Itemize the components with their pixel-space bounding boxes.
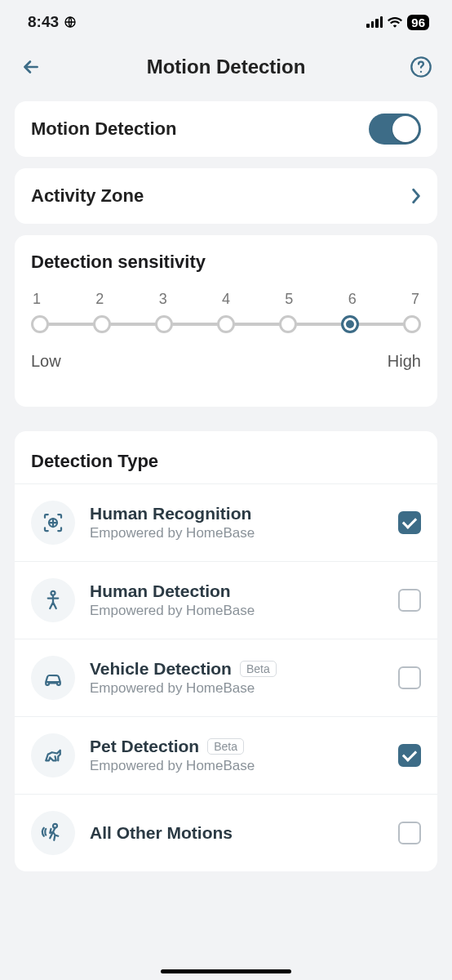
activity-zone-card[interactable]: Activity Zone bbox=[15, 168, 437, 224]
motion-detection-label: Motion Detection bbox=[31, 118, 176, 140]
back-button[interactable] bbox=[16, 52, 46, 82]
page-title: Motion Detection bbox=[46, 56, 406, 78]
vehicle-icon bbox=[31, 656, 75, 700]
detection-type-text: All Other Motions bbox=[90, 823, 383, 843]
sensitivity-tick: 4 bbox=[222, 291, 230, 308]
help-icon bbox=[410, 56, 432, 78]
sensitivity-step[interactable] bbox=[93, 315, 111, 333]
status-bar: 8:43 96 bbox=[0, 0, 452, 44]
cellular-icon bbox=[366, 16, 383, 28]
sensitivity-tick: 6 bbox=[348, 291, 357, 308]
detection-type-checkbox[interactable] bbox=[398, 511, 421, 534]
detection-type-list: Human RecognitionEmpowered by HomeBaseHu… bbox=[15, 483, 437, 871]
detection-type-title: Detection Type bbox=[15, 451, 437, 483]
motion-detection-card: Motion Detection bbox=[15, 101, 437, 157]
home-indicator bbox=[161, 969, 291, 973]
detection-type-text: Human DetectionEmpowered by HomeBase bbox=[90, 581, 383, 619]
sensitivity-tick: 2 bbox=[95, 291, 104, 308]
detection-type-row[interactable]: Vehicle DetectionBetaEmpowered by HomeBa… bbox=[15, 639, 437, 716]
detection-type-text: Human RecognitionEmpowered by HomeBase bbox=[90, 504, 383, 541]
motion-detection-toggle[interactable] bbox=[369, 114, 421, 145]
sensitivity-tick: 3 bbox=[159, 291, 167, 308]
detection-type-row[interactable]: Human RecognitionEmpowered by HomeBase bbox=[15, 483, 437, 561]
detection-type-text: Vehicle DetectionBetaEmpowered by HomeBa… bbox=[90, 659, 383, 697]
wifi-icon bbox=[388, 16, 402, 28]
status-left: 8:43 bbox=[28, 13, 77, 31]
svg-point-2 bbox=[420, 71, 422, 73]
detection-type-checkbox[interactable] bbox=[398, 822, 421, 844]
sensitivity-step[interactable] bbox=[31, 315, 49, 333]
sensitivity-step[interactable] bbox=[217, 315, 235, 333]
detection-type-name: Human Detection bbox=[90, 581, 383, 601]
sensitivity-step[interactable] bbox=[403, 315, 421, 333]
detection-type-subtitle: Empowered by HomeBase bbox=[90, 603, 383, 619]
status-time: 8:43 bbox=[28, 13, 59, 31]
help-button[interactable] bbox=[406, 52, 436, 82]
motion-icon bbox=[31, 811, 75, 855]
detection-type-subtitle: Empowered by HomeBase bbox=[90, 680, 383, 697]
detection-type-name: Vehicle DetectionBeta bbox=[90, 659, 383, 679]
sensitivity-tick: 5 bbox=[285, 291, 293, 308]
detection-type-card: Detection Type Human RecognitionEmpowere… bbox=[15, 431, 437, 871]
globe-icon bbox=[64, 16, 77, 29]
sensitivity-tick: 7 bbox=[411, 291, 419, 308]
sensitivity-tick-labels: 1234567 bbox=[31, 291, 421, 308]
detection-type-checkbox[interactable] bbox=[398, 666, 421, 689]
sensitivity-range-labels: Low High bbox=[31, 352, 421, 371]
battery-level: 96 bbox=[407, 15, 429, 30]
detection-type-checkbox[interactable] bbox=[398, 589, 421, 612]
sensitivity-card: Detection sensitivity 1234567 Low High bbox=[15, 235, 437, 407]
detection-type-name: Pet DetectionBeta bbox=[90, 737, 383, 756]
sensitivity-low-label: Low bbox=[31, 352, 61, 371]
detection-type-text: Pet DetectionBetaEmpowered by HomeBase bbox=[90, 737, 383, 774]
detection-type-row[interactable]: All Other Motions bbox=[15, 794, 437, 871]
activity-zone-row: Activity Zone bbox=[31, 168, 421, 224]
human-recognition-icon bbox=[31, 501, 75, 545]
beta-badge: Beta bbox=[240, 661, 277, 677]
sensitivity-slider[interactable] bbox=[31, 314, 421, 334]
detection-type-name: Human Recognition bbox=[90, 504, 383, 523]
activity-zone-label: Activity Zone bbox=[31, 185, 144, 207]
sensitivity-tick: 1 bbox=[33, 291, 41, 308]
sensitivity-step[interactable] bbox=[155, 315, 173, 333]
detection-type-checkbox[interactable] bbox=[398, 744, 421, 767]
status-right: 96 bbox=[366, 15, 429, 30]
beta-badge: Beta bbox=[207, 738, 244, 755]
sensitivity-high-label: High bbox=[388, 352, 421, 371]
back-arrow-icon bbox=[20, 56, 42, 78]
detection-type-name: All Other Motions bbox=[90, 823, 383, 843]
detection-type-subtitle: Empowered by HomeBase bbox=[90, 758, 383, 774]
sensitivity-step[interactable] bbox=[279, 315, 297, 333]
chevron-right-icon bbox=[411, 188, 421, 204]
sensitivity-title: Detection sensitivity bbox=[31, 252, 421, 273]
nav-header: Motion Detection bbox=[0, 44, 452, 90]
detection-type-row[interactable]: Human DetectionEmpowered by HomeBase bbox=[15, 561, 437, 639]
detection-type-row[interactable]: Pet DetectionBetaEmpowered by HomeBase bbox=[15, 716, 437, 794]
detection-type-subtitle: Empowered by HomeBase bbox=[90, 525, 383, 541]
pet-icon bbox=[31, 733, 75, 777]
toggle-knob bbox=[392, 116, 419, 142]
human-icon bbox=[31, 578, 75, 622]
sensitivity-step[interactable] bbox=[341, 315, 359, 333]
motion-detection-row: Motion Detection bbox=[31, 101, 421, 157]
